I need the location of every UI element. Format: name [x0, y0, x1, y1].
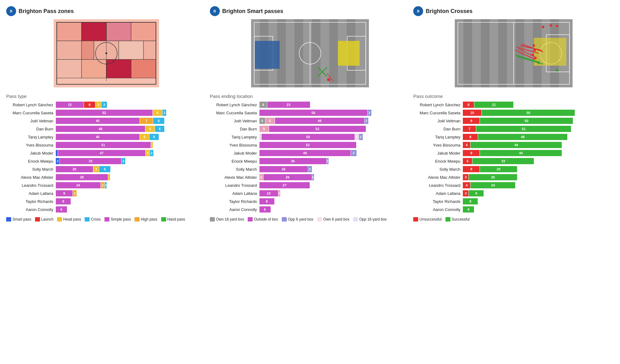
svg-rect-37 [255, 41, 280, 69]
svg-rect-24 [294, 19, 303, 87]
bar: 27 [259, 182, 310, 188]
panel-title: BBrighton Pass zones [6, 6, 207, 16]
bar: 3 [351, 150, 356, 156]
player-row: Adam Lallana38 [413, 190, 614, 197]
bar: 2 [56, 158, 60, 164]
legend-color-box [210, 217, 215, 221]
player-row: Tariq Lamptey848 [413, 134, 614, 140]
bar: 50 [482, 110, 575, 116]
legend-item: Opp 18 yard box [353, 217, 387, 221]
player-row: Adam Lallana92 [6, 190, 207, 197]
player-name: Marc Cucurella Saseta [6, 111, 56, 115]
svg-point-73 [537, 61, 540, 64]
svg-point-75 [542, 26, 544, 28]
bar: 21 [474, 102, 513, 108]
legend-item: Outside of box [248, 217, 278, 221]
bar-group: 4576 [56, 118, 207, 124]
bar-group: 4855 [56, 126, 207, 132]
player-name: Tariq Lamptey [413, 135, 463, 139]
bar-group: 8 [463, 198, 614, 204]
bar: 4 [259, 102, 267, 108]
bar: 4 [463, 142, 470, 148]
bar-group: 493 [259, 150, 410, 156]
bar: 5 [259, 126, 269, 132]
svg-rect-46 [472, 19, 481, 87]
legend: Smart passLaunchHead passCrossSimple pas… [6, 217, 207, 221]
svg-rect-8 [119, 41, 144, 59]
svg-rect-5 [57, 41, 82, 59]
bar: 24 [56, 182, 100, 188]
bar-group: 15633 [56, 102, 207, 108]
player-row: Tariq Lamptey4555 [6, 134, 207, 140]
bar [259, 134, 261, 140]
player-row: Dan Burn552 [210, 125, 410, 132]
legend-row: Smart passLaunchHead passCrossSimple pas… [6, 217, 185, 221]
legend-color-box [317, 217, 322, 221]
bar: 2 [162, 110, 166, 116]
bar: 2 [73, 190, 77, 196]
legend-color-box [445, 217, 450, 221]
bar: 28 [56, 174, 108, 180]
panel-title-text: Brighton Crosses [426, 8, 472, 15]
player-name: Jakub Moder [6, 151, 56, 156]
player-row: Solly March2036 [6, 166, 207, 173]
main-container: BBrighton Pass zones Pass typeRobert Lyn… [0, 0, 620, 228]
bar-group: 38 [463, 190, 614, 196]
bar: 3 [463, 174, 468, 180]
player-name: Solly March [210, 167, 259, 172]
svg-point-41 [327, 78, 330, 81]
bar: 2 [259, 174, 263, 180]
bar-group: 1050 [463, 110, 614, 116]
bar-group: 5022 [259, 134, 410, 140]
svg-rect-10 [57, 59, 82, 78]
bar: 47 [58, 150, 145, 156]
player-name: Marc Cucurella Saseta [210, 111, 259, 115]
svg-rect-2 [82, 22, 106, 41]
svg-rect-12 [106, 59, 131, 78]
player-name: Yves Bissouma [210, 143, 259, 147]
bar: 6 [99, 166, 110, 172]
legend-label: Successful [452, 217, 470, 221]
bar: 7 [463, 126, 476, 132]
bar-group: 4722 [56, 150, 207, 156]
bar-group: 424 [463, 182, 614, 188]
player-row: Jakub Moder4722 [6, 150, 207, 156]
legend-label: Opp 6 yard box [288, 217, 313, 221]
legend-label: Head pass [63, 217, 81, 221]
legend-item: Smart pass [6, 217, 31, 221]
bar: 10 [259, 190, 278, 196]
svg-rect-1 [57, 22, 82, 41]
legend-label: Cross [91, 217, 100, 221]
legend-label: Outside of box [254, 217, 278, 221]
bar: 2 [101, 182, 104, 188]
bar-group: 8 [259, 198, 410, 204]
svg-rect-51 [516, 19, 524, 87]
bar-group: 582 [259, 110, 410, 116]
player-name: Adam Lallana [413, 191, 463, 196]
bar: 2 [368, 110, 371, 116]
panel-crosses: BBrighton Crosses [413, 6, 614, 221]
svg-point-72 [534, 57, 537, 59]
bar: 7 [140, 118, 153, 124]
player-name: Taylor Richards [413, 199, 463, 204]
player-name: Solly March [6, 167, 56, 172]
svg-rect-27 [321, 19, 329, 87]
svg-rect-9 [144, 41, 156, 59]
bar: 9 [463, 118, 480, 124]
player-name: Yves Bissouma [6, 143, 56, 147]
svg-rect-49 [498, 19, 507, 87]
bar: 5 [463, 158, 472, 164]
bar: 3 [101, 102, 107, 108]
player-row: Yves Bissouma51 [6, 142, 207, 148]
svg-point-70 [534, 49, 536, 51]
bar: 9 [463, 166, 480, 172]
legend-item: Head pass [57, 217, 81, 221]
bar: 2 [359, 134, 363, 140]
bar-group: 27 [259, 182, 410, 188]
player-row: Enock Mwepu361 [210, 158, 410, 164]
bar: 5 [265, 118, 275, 124]
bar-group: 262 [259, 166, 410, 172]
player-name: Tariq Lamptey [210, 135, 259, 139]
bar: 2 [365, 118, 368, 124]
player-row: Leandro Trossard2421 [6, 182, 207, 189]
